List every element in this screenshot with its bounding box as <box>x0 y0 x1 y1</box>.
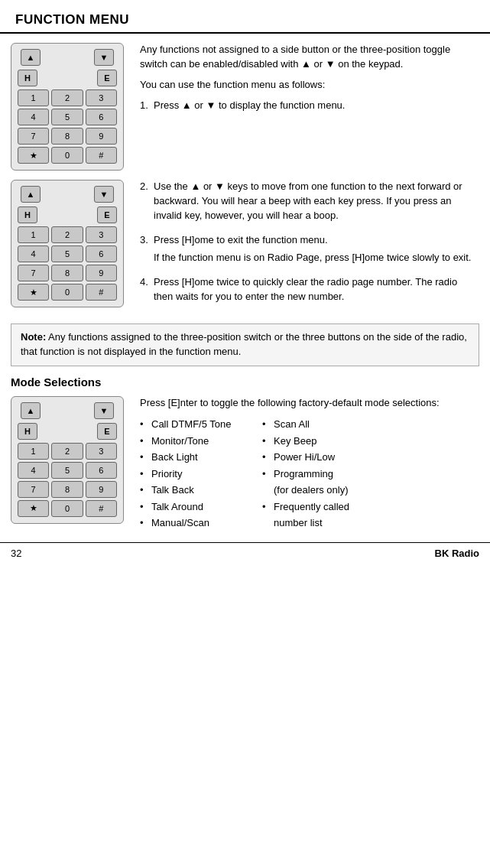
keypad2-h-button: H <box>18 206 37 223</box>
mode-intro: Press [E]nter to toggle the following fa… <box>140 396 479 411</box>
mode-item-scanall: •Scan All <box>262 416 385 432</box>
keypad3-key-0: 0 <box>51 500 83 517</box>
steps-2-4-list: 2. Use the ▲ or ▼ keys to move from one … <box>140 180 479 308</box>
mode-item-talkback: •Talk Back <box>140 482 262 498</box>
keypad3-e-button: E <box>97 423 117 440</box>
bullet-8: • <box>262 416 270 432</box>
mode-selections-section: Mode Selections ▲ ▼ H E 1 <box>11 375 479 532</box>
step-2-text: Use the ▲ or ▼ keys to move from one fun… <box>154 180 479 223</box>
keypad3-dn-arrow: ▼ <box>94 402 114 419</box>
mode-item-backlight: •Back Light <box>140 449 262 465</box>
e-button: E <box>97 70 117 86</box>
step-1: 1. Press ▲ or ▼ to display the function … <box>140 99 479 117</box>
mode-item-scanall-label: Scan All <box>274 416 310 432</box>
mode-title: Mode Selections <box>11 375 479 388</box>
step-3: 3. Press [H]ome to exit the function men… <box>140 233 479 270</box>
mode-item-programming-label: Programming <box>274 466 333 482</box>
bullet-9: • <box>262 433 270 449</box>
key-2: 2 <box>51 89 83 106</box>
step-4-num: 4. <box>140 275 154 308</box>
keypad-2: ▲ ▼ H E 1 2 3 4 5 6 7 8 <box>11 180 124 307</box>
key-6: 6 <box>86 109 117 125</box>
step-2-num: 2. <box>140 180 154 227</box>
mode-item-numberlist: •number list <box>262 515 385 531</box>
step-4: 4. Press [H]ome twice to quickly clear t… <box>140 275 479 308</box>
mode-item-keybeep-label: Key Beep <box>274 433 316 449</box>
keypad3-key-6: 6 <box>86 462 117 479</box>
step-1-num: 1. <box>140 99 154 117</box>
keypad3-key-8: 8 <box>51 481 83 498</box>
steps-2-4-section: 2. Use the ▲ or ▼ keys to move from one … <box>140 180 479 314</box>
step-3-content: Press [H]ome to exit the function menu. … <box>154 233 479 270</box>
step-2: 2. Use the ▲ or ▼ keys to move from one … <box>140 180 479 227</box>
page: FUNCTION MENU ▲ ▼ H E 1 2 3 <box>0 0 490 571</box>
keypad-3: ▲ ▼ H E 1 2 3 4 5 6 <box>11 396 124 524</box>
step-3-num: 3. <box>140 233 154 270</box>
mode-item-priority: •Priority <box>140 466 262 482</box>
mode-item-manualscan-label: Manual/Scan <box>151 515 209 531</box>
keypad2-key-2: 2 <box>51 226 83 243</box>
mode-item-call-dtmf-label: Call DTMF/5 Tone <box>151 416 232 432</box>
mode-item-frequently: •Frequently called <box>262 499 385 515</box>
mode-item-frequently-label: Frequently called <box>274 499 349 515</box>
keypad2-e-button: E <box>97 206 117 223</box>
keypad3-key-4: 4 <box>18 462 49 479</box>
mode-item-powerhi-label: Power Hi/Low <box>274 449 335 465</box>
keypad2-key-1: 1 <box>18 226 49 243</box>
keypad3-grid: 1 2 3 4 5 6 7 8 9 ★ 0 # <box>18 443 117 517</box>
keypad2-key-4: 4 <box>18 245 49 262</box>
mode-text-area: Press [E]nter to toggle the following fa… <box>140 396 479 532</box>
key-5: 5 <box>51 109 83 125</box>
mode-item-talkback-label: Talk Back <box>151 482 194 498</box>
mode-list-2: •Scan All •Key Beep •Power Hi/Low •Progr… <box>262 416 385 531</box>
key-star: ★ <box>18 147 49 164</box>
keypad2-top-arrows: ▲ ▼ <box>18 186 117 203</box>
keypad2-key-6: 6 <box>86 245 117 262</box>
second-keypad-container: ▲ ▼ H E 1 2 3 4 5 6 7 8 <box>11 180 129 307</box>
h-button: H <box>18 70 37 86</box>
mode-item-backlight-label: Back Light <box>151 449 198 465</box>
mode-lists: •Call DTMF/5 Tone •Monitor/Tone •Back Li… <box>140 416 479 531</box>
first-keypad-container: ▲ ▼ H E 1 2 3 4 5 6 7 8 <box>11 43 129 171</box>
mode-list-col-2: •Scan All •Key Beep •Power Hi/Low •Progr… <box>262 416 385 531</box>
keypad2-up-arrow: ▲ <box>21 186 41 203</box>
keypad2-key-9: 9 <box>86 265 117 281</box>
mode-item-dealers: •(for dealers only) <box>262 482 385 498</box>
footer-brand: BK Radio <box>435 548 480 559</box>
bullet-5: • <box>140 482 148 498</box>
dn-arrow-btn: ▼ <box>94 49 114 66</box>
mode-item-programming: •Programming <box>262 466 385 482</box>
second-keypad-row: ▲ ▼ H E 1 2 3 4 5 6 7 8 <box>11 180 479 314</box>
keypad3-key-2: 2 <box>51 443 83 460</box>
step-1-content: Press ▲ or ▼ to display the function men… <box>154 99 479 117</box>
mode-item-monitor: •Monitor/Tone <box>140 433 262 449</box>
keypad3-key-9: 9 <box>86 481 117 498</box>
keypad3-key-star: ★ <box>18 500 49 517</box>
page-header: FUNCTION MENU <box>0 8 490 34</box>
bullet-1: • <box>140 416 148 432</box>
keypad3-key-5: 5 <box>51 462 83 479</box>
mode-keypad-container: ▲ ▼ H E 1 2 3 4 5 6 <box>11 396 129 524</box>
keypad2-side-buttons: H E <box>18 206 117 223</box>
side-buttons: H E <box>18 70 117 86</box>
keypad2-key-star: ★ <box>18 284 49 301</box>
mode-item-priority-label: Priority <box>151 466 182 482</box>
bullet-3: • <box>140 449 148 465</box>
keypad-top-arrows: ▲ ▼ <box>18 49 117 66</box>
keypad2-dn-arrow: ▼ <box>94 186 114 203</box>
note-text: Any functions assigned to the three-posi… <box>21 331 467 357</box>
bullet-6: • <box>140 499 148 515</box>
mode-list-col-1: •Call DTMF/5 Tone •Monitor/Tone •Back Li… <box>140 416 262 531</box>
intro-text-section: Any functions not assigned to a side but… <box>140 43 479 122</box>
mode-item-dealers-label: (for dealers only) <box>274 482 349 498</box>
keypad3-key-1: 1 <box>18 443 49 460</box>
mode-item-manualscan: •Manual/Scan <box>140 515 262 531</box>
keypad-grid: 1 2 3 4 5 6 7 8 9 ★ 0 # <box>18 89 117 164</box>
keypad2-key-5: 5 <box>51 245 83 262</box>
first-keypad-row: ▲ ▼ H E 1 2 3 4 5 6 7 8 <box>11 43 479 171</box>
step-4-text: Press [H]ome twice to quickly clear the … <box>154 275 479 304</box>
step-1-text: Press ▲ or ▼ to display the function men… <box>154 99 479 113</box>
key-9: 9 <box>86 128 117 145</box>
up-arrow-btn: ▲ <box>21 49 41 66</box>
step-4-content: Press [H]ome twice to quickly clear the … <box>154 275 479 308</box>
